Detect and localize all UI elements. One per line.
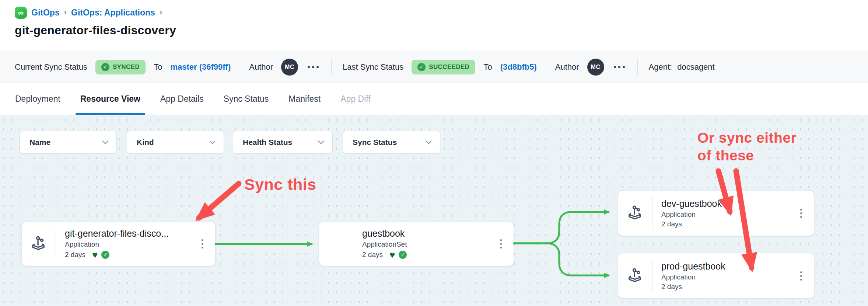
health-heart-icon: ♥ <box>389 250 395 260</box>
application-icon <box>618 205 652 222</box>
last-author-label: Author <box>555 62 579 72</box>
node-kind: Application <box>65 240 169 248</box>
edge-guestbook-to-prod <box>514 243 609 275</box>
chevron-down-icon <box>318 140 324 145</box>
page-title: git-generator-files-discovery <box>15 24 853 37</box>
node-age-row: 2 days <box>661 220 722 228</box>
node-kebab-menu-icon[interactable] <box>498 237 504 251</box>
tab-deployment[interactable]: Deployment <box>5 83 70 115</box>
node-kebab-menu-icon[interactable] <box>798 269 804 283</box>
health-heart-icon: ♥ <box>92 250 98 260</box>
filter-dropdown-kind[interactable]: Kind <box>127 131 224 154</box>
filter-label: Kind <box>137 138 154 147</box>
node-body: git-generator-files-disco... Application… <box>56 228 172 260</box>
node-title: guestbook <box>362 228 407 239</box>
node-kind: Application <box>661 273 725 281</box>
agent-value: docsagent <box>677 62 715 72</box>
current-sync-status-badge: ✓ SYNCED <box>95 60 146 74</box>
current-more-menu-icon[interactable] <box>306 63 320 71</box>
last-author-avatar: MC <box>587 59 604 76</box>
node-age-row: 2 days ♥ ✓ <box>362 250 407 260</box>
tab-sync-status[interactable]: Sync Status <box>214 83 279 115</box>
node-title: prod-guestbook <box>661 261 725 272</box>
annotation-sync-this: Sync this <box>244 175 316 194</box>
tab-manifest[interactable]: Manifest <box>279 83 330 115</box>
node-age: 2 days <box>661 220 682 228</box>
node-kebab-menu-icon[interactable] <box>798 206 804 220</box>
node-prod-guestbook[interactable]: prod-guestbook Application 2 days <box>618 253 814 299</box>
annotation-line2: of these <box>697 147 797 164</box>
last-more-menu-icon[interactable] <box>612 63 626 71</box>
application-icon <box>22 235 56 252</box>
node-kind: ApplicationSet <box>362 240 407 248</box>
tab-app-details[interactable]: App Details <box>150 83 214 115</box>
node-dev-guestbook[interactable]: dev-guestbook Application 2 days <box>618 190 814 236</box>
breadcrumb: ∞ GitOps › GitOps: Applications › <box>15 5 853 20</box>
filter-label: Sync Status <box>353 138 397 147</box>
synced-check-icon: ✓ <box>101 251 109 259</box>
divider <box>637 59 638 75</box>
node-git-generator-files-discovery[interactable]: git-generator-files-disco... Application… <box>21 221 216 266</box>
node-kebab-menu-icon[interactable] <box>199 237 206 251</box>
filter-label: Health Status <box>243 138 292 147</box>
sync-status-bar: Current Sync Status ✓ SYNCED To master (… <box>0 51 868 83</box>
gitops-application-page: ∞ GitOps › GitOps: Applications › git-ge… <box>0 0 868 306</box>
filter-dropdown-health-status[interactable]: Health Status <box>233 131 333 154</box>
current-author-avatar: MC <box>281 59 298 76</box>
chevron-down-icon <box>426 140 432 145</box>
node-body: prod-guestbook Application 2 days <box>652 261 729 291</box>
breadcrumb-link-applications[interactable]: GitOps: Applications <box>71 8 155 18</box>
page-header: ∞ GitOps › GitOps: Applications › git-ge… <box>0 0 868 51</box>
last-sync-status-badge: ✓ SUCCEEDED <box>412 60 475 74</box>
current-author-label: Author <box>249 62 273 72</box>
filter-dropdown-name[interactable]: Name <box>20 131 117 154</box>
current-commit-link[interactable]: master (36f99ff) <box>170 62 231 72</box>
node-guestbook[interactable]: guestbook ApplicationSet 2 days ♥ ✓ <box>319 221 514 266</box>
current-sync-badge-text: SYNCED <box>113 63 140 71</box>
tab-app-diff: App Diff <box>330 83 380 115</box>
resource-graph-canvas: Name Kind Health Status Sync Status <box>0 115 868 306</box>
current-to-label: To <box>154 62 162 72</box>
node-age-row: 2 days ♥ ✓ <box>65 250 169 260</box>
filter-label: Name <box>29 138 50 147</box>
annotation-line1: Or sync either <box>697 129 797 147</box>
node-body: guestbook ApplicationSet 2 days ♥ ✓ <box>353 228 410 260</box>
annotation-arrow-sync-this <box>199 184 239 218</box>
breadcrumb-link-gitops[interactable]: GitOps <box>31 8 60 18</box>
gitops-infinity-icon: ∞ <box>15 7 27 19</box>
edge-guestbook-to-dev <box>514 212 609 243</box>
last-sync-status-label: Last Sync Status <box>343 62 403 72</box>
tab-bar: Deployment Resource View App Details Syn… <box>0 83 868 115</box>
filter-dropdown-sync-status[interactable]: Sync Status <box>343 131 440 154</box>
synced-check-icon: ✓ <box>399 251 407 259</box>
divider <box>331 59 332 75</box>
breadcrumb-separator: › <box>64 8 67 17</box>
current-sync-status-label: Current Sync Status <box>15 62 87 72</box>
last-to-label: To <box>483 62 492 72</box>
node-age: 2 days <box>362 251 383 259</box>
application-icon <box>618 267 652 284</box>
check-icon: ✓ <box>101 63 109 71</box>
chevron-down-icon <box>102 140 108 145</box>
node-age: 2 days <box>65 251 85 259</box>
chevron-down-icon <box>209 140 216 145</box>
node-kind: Application <box>661 211 722 219</box>
tab-resource-view[interactable]: Resource View <box>70 83 150 115</box>
last-sync-badge-text: SUCCEEDED <box>429 63 469 71</box>
node-title: dev-guestbook <box>661 198 722 209</box>
last-commit-link[interactable]: (3d8bfb5) <box>500 62 537 72</box>
node-age-row: 2 days <box>661 283 725 291</box>
agent-label: Agent: <box>649 62 672 72</box>
annotation-or-sync-either: Or sync either of these <box>697 129 797 164</box>
node-title: git-generator-files-disco... <box>65 228 169 239</box>
node-age: 2 days <box>661 283 682 291</box>
breadcrumb-separator: › <box>160 8 162 17</box>
check-icon: ✓ <box>417 63 426 71</box>
node-body: dev-guestbook Application 2 days <box>652 198 725 228</box>
